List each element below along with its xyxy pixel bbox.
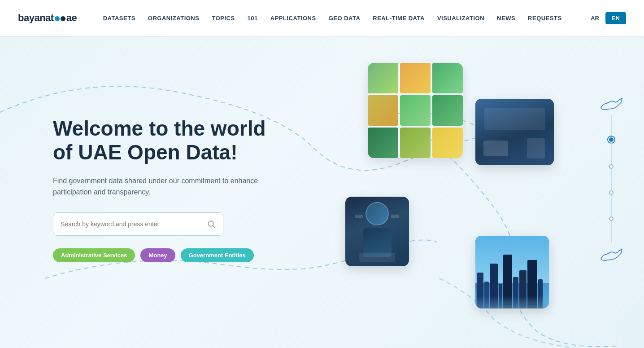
timeline-dot-1 [609,164,614,169]
uae-map-bottom [599,245,623,263]
nav-real-time-data[interactable]: REAL-TIME DATA [373,15,425,22]
hero-subtitle: Find government data shared under our co… [53,175,259,198]
logo-text: bayanat ae [18,12,77,24]
timeline-dot-3 [609,216,614,221]
tag-government-entities[interactable]: Government Entities [181,248,254,262]
timeline-spacer [611,143,612,164]
nav-applications[interactable]: APPLICATIONS [270,15,316,22]
image-robot [345,197,409,266]
image-green1 [432,63,463,93]
nav-organizations[interactable]: ORGANIZATIONS [148,15,200,22]
image-city-skyline [475,236,549,308]
image-garden [400,63,431,93]
hero-content: Welcome to the world of UAE Open Data! F… [53,117,266,262]
hero-title: Welcome to the world of UAE Open Data! [53,117,266,164]
image-tropical [400,95,431,126]
nav-links: DATASETS ORGANIZATIONS TOPICS 101 APPLIC… [103,15,562,22]
image-office [475,99,554,165]
timeline-dot-active [608,137,614,143]
timeline-spacer [611,221,612,242]
timeline-spacer [611,115,612,137]
image-city-small [400,128,431,158]
timeline-spacer [611,169,612,190]
search-box [53,212,223,236]
nav-requests[interactable]: REQUESTS [528,15,562,22]
search-button[interactable] [207,220,216,229]
image-fruit [432,128,463,158]
nav-news[interactable]: NEWS [497,15,515,22]
hero-section: Welcome to the world of UAE Open Data! F… [0,36,644,348]
svg-line-1 [213,226,215,228]
language-switcher: AR EN [588,12,626,24]
nav-topics[interactable]: TOPICS [212,15,235,22]
image-dark1 [368,128,398,158]
uae-map-top [599,94,623,112]
nav-visualization[interactable]: VISUALIZATION [437,15,484,22]
timeline-dot-2 [609,190,614,195]
tag-administrative-services[interactable]: Administrative Services [53,248,135,262]
logo[interactable]: bayanat ae [18,12,77,24]
nav-geo-data[interactable]: GEO DATA [329,15,361,22]
tag-money[interactable]: Money [140,248,175,262]
lang-ar-button[interactable]: AR [588,13,602,23]
nav-101[interactable]: 101 [248,15,258,22]
image-farming [368,95,398,126]
search-input[interactable] [61,220,202,228]
timeline [599,94,623,283]
image-cluster-nature [368,63,463,158]
lang-en-button[interactable]: EN [605,12,626,24]
timeline-spacer [611,195,612,216]
image-green2 [432,95,463,126]
navbar: bayanat ae DATASETS ORGANIZATIONS TOPICS… [0,0,644,36]
topic-tags: Administrative Services Money Government… [53,248,266,262]
search-icon [207,220,216,229]
nav-datasets[interactable]: DATASETS [103,15,135,22]
image-park [368,63,398,93]
